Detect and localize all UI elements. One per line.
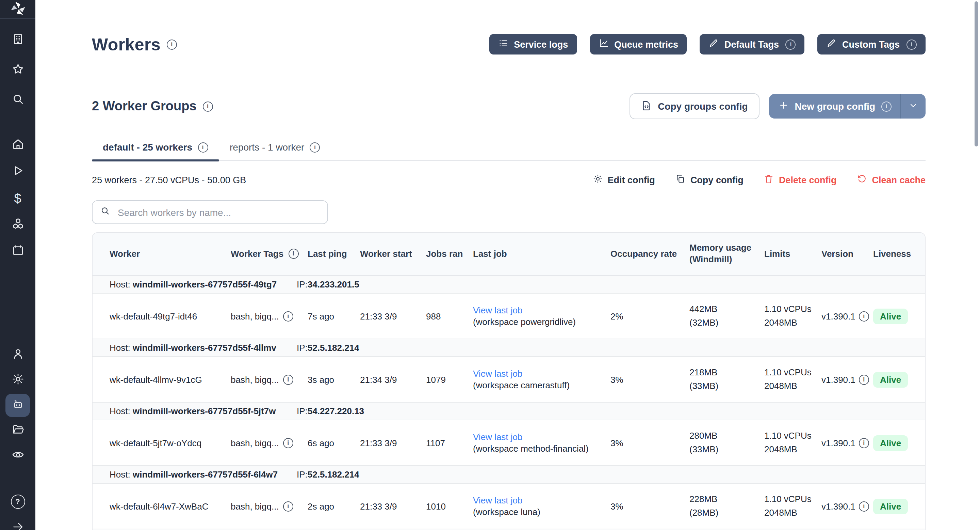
last-ping: 2s ago xyxy=(308,501,360,511)
info-icon[interactable]: i xyxy=(203,101,213,112)
info-icon[interactable]: i xyxy=(288,249,298,259)
worker-row: wk-default-6l4w7-XwBaC bash, bigq...i 2s… xyxy=(92,484,925,529)
folder-open-icon xyxy=(11,423,24,438)
worker-search[interactable] xyxy=(92,200,328,224)
alive-badge: Alive xyxy=(873,308,908,324)
sidebar-expand-button[interactable] xyxy=(5,516,30,530)
copy-config-label: Copy config xyxy=(690,175,743,185)
sidebar-item-runs[interactable] xyxy=(5,160,30,183)
sidebar-item-help[interactable]: ? xyxy=(5,490,30,513)
plus-icon xyxy=(778,100,789,112)
jobs-ran: 988 xyxy=(426,311,473,321)
liveness: Alive xyxy=(873,498,925,514)
occupancy-rate: 2% xyxy=(611,311,689,321)
info-icon[interactable]: i xyxy=(283,311,293,321)
help-icon: ? xyxy=(11,494,25,509)
sidebar-item-home[interactable] xyxy=(5,134,30,157)
col-memory-usage: Memory usage (Windmill) xyxy=(689,243,764,266)
alive-badge: Alive xyxy=(873,498,908,514)
limits: 1.10 vCPUs2048MB xyxy=(764,302,821,330)
worker-tags: bash, bigq...i xyxy=(231,374,308,385)
col-worker-start: Worker start xyxy=(360,248,426,260)
tab-reports[interactable]: reports - 1 worker i xyxy=(219,136,331,160)
service-logs-button[interactable]: Service logs xyxy=(489,34,577,54)
refresh-icon xyxy=(857,174,867,186)
worker-start: 21:33 3/9 xyxy=(360,501,426,511)
building-icon xyxy=(11,32,24,48)
copy-groups-config-button[interactable]: Copy groups config xyxy=(629,93,759,119)
sidebar-item-workspace[interactable] xyxy=(5,29,30,52)
info-icon[interactable]: i xyxy=(881,101,891,112)
view-last-job-link[interactable]: View last job xyxy=(473,305,605,315)
info-icon[interactable]: i xyxy=(283,501,293,511)
info-icon[interactable]: i xyxy=(859,438,869,448)
chart-icon xyxy=(598,38,609,50)
custom-tags-label: Custom Tags xyxy=(842,39,900,49)
new-group-config-button[interactable]: New group config i xyxy=(769,94,926,118)
sidebar-item-variables[interactable]: $ xyxy=(5,187,30,210)
search-icon xyxy=(11,92,24,108)
clean-cache-button[interactable]: Clean cache xyxy=(857,174,926,186)
user-icon xyxy=(11,347,24,363)
info-icon[interactable]: i xyxy=(907,39,917,49)
tab-default[interactable]: default - 25 workers i xyxy=(92,136,219,160)
delete-config-label: Delete config xyxy=(779,175,837,185)
sidebar-item-search[interactable] xyxy=(5,89,30,112)
edit-config-button[interactable]: Edit config xyxy=(592,174,655,186)
copy-config-button[interactable]: Copy config xyxy=(675,174,743,186)
search-input[interactable] xyxy=(116,206,320,218)
delete-config-button[interactable]: Delete config xyxy=(764,174,837,186)
sidebar-item-favorites[interactable] xyxy=(5,59,30,82)
sidebar-item-resources[interactable] xyxy=(5,213,30,236)
last-job-workspace: (workspace luna) xyxy=(473,507,605,517)
info-icon[interactable]: i xyxy=(310,142,320,152)
version: v1.390.1i xyxy=(821,311,873,321)
sidebar-item-folders[interactable] xyxy=(5,419,30,442)
limits: 1.10 vCPUs2048MB xyxy=(764,493,821,520)
dollar-icon: $ xyxy=(14,192,21,205)
gear-icon xyxy=(592,174,603,186)
host-row: Host: windmill-workers-67757d55f-6l4w7 I… xyxy=(92,466,925,484)
sidebar-item-audit[interactable] xyxy=(5,444,30,467)
worker-name: wk-default-6l4w7-XwBaC xyxy=(110,501,231,511)
queue-metrics-button[interactable]: Queue metrics xyxy=(590,34,687,54)
view-last-job-link[interactable]: View last job xyxy=(473,495,605,506)
custom-tags-button[interactable]: Custom Tags i xyxy=(818,34,926,54)
sidebar-item-schedules[interactable] xyxy=(5,240,30,263)
info-icon[interactable]: i xyxy=(859,374,869,385)
info-icon[interactable]: i xyxy=(786,39,796,49)
default-tags-button[interactable]: Default Tags i xyxy=(700,34,805,54)
vertical-scrollbar[interactable] xyxy=(975,2,978,147)
boxes-icon xyxy=(11,217,24,233)
queue-metrics-label: Queue metrics xyxy=(614,39,678,49)
new-group-config-dropdown[interactable] xyxy=(901,94,926,118)
last-ping: 3s ago xyxy=(308,374,360,385)
copy-groups-config-label: Copy groups config xyxy=(658,101,748,112)
info-icon[interactable]: i xyxy=(283,438,293,448)
liveness: Alive xyxy=(873,372,925,387)
windmill-logo[interactable] xyxy=(0,0,35,19)
sidebar-item-users[interactable] xyxy=(5,343,30,367)
last-ping: 7s ago xyxy=(308,311,360,321)
copy-icon xyxy=(675,174,686,186)
col-version: Version xyxy=(821,248,873,260)
worker-row: wk-default-49tg7-idt46 bash, bigq...i 7s… xyxy=(92,294,925,339)
sidebar-item-workers[interactable] xyxy=(5,394,30,417)
info-icon[interactable]: i xyxy=(198,142,208,152)
tab-default-label: default - 25 workers xyxy=(103,142,192,153)
worker-name: wk-default-5jt7w-oYdcq xyxy=(110,438,231,448)
sidebar-item-settings[interactable] xyxy=(5,369,30,392)
workers-table: Worker Worker Tagsi Last ping Worker sta… xyxy=(92,232,926,530)
limits: 1.10 vCPUs2048MB xyxy=(764,429,821,457)
info-icon[interactable]: i xyxy=(859,501,869,511)
home-icon xyxy=(11,137,24,153)
sidebar: $ xyxy=(0,0,35,530)
col-worker-tags: Worker Tagsi xyxy=(231,248,308,260)
view-last-job-link[interactable]: View last job xyxy=(473,432,605,442)
info-icon[interactable]: i xyxy=(283,374,293,385)
view-last-job-link[interactable]: View last job xyxy=(473,369,605,379)
occupancy-rate: 3% xyxy=(611,501,689,511)
col-worker: Worker xyxy=(110,248,231,260)
info-icon[interactable]: i xyxy=(859,311,869,321)
info-icon[interactable]: i xyxy=(167,39,177,49)
